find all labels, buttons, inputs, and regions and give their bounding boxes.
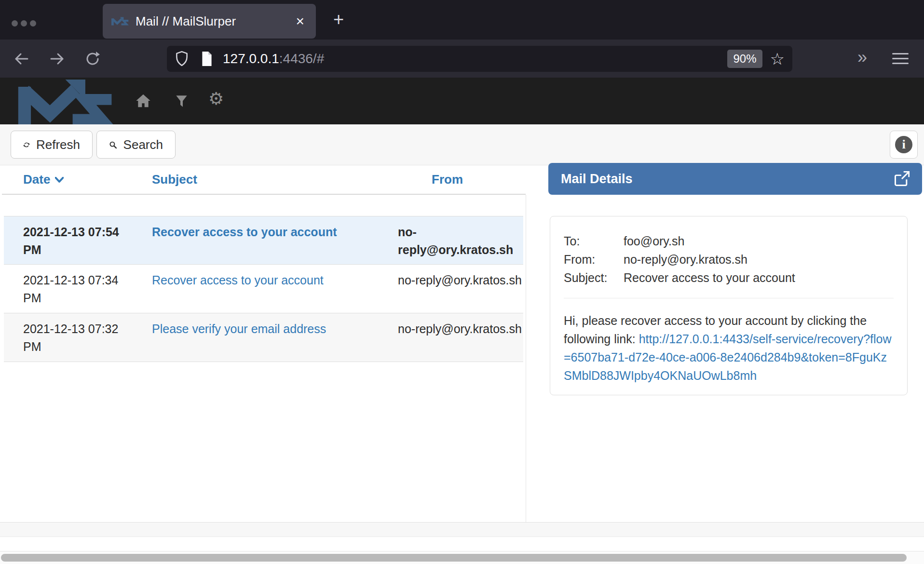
date-header-label: Date: [23, 172, 50, 187]
app-toolbar: Refresh Search i: [0, 124, 924, 165]
mail-date: 2021-12-13 07:34 PM: [4, 271, 134, 308]
column-header-subject[interactable]: Subject: [152, 172, 197, 187]
search-button[interactable]: Search: [96, 131, 176, 159]
mail-row[interactable]: 2021-12-13 07:34 PM Recover access to yo…: [4, 265, 523, 313]
url-path: :4436/#: [279, 51, 324, 66]
window-controls: [12, 20, 36, 27]
scrollbar-thumb[interactable]: [1, 554, 907, 562]
window-dot-icon: [30, 20, 36, 27]
url-text: 127.0.0.1:4436/#: [223, 51, 324, 67]
mail-details-card: To: foo@ory.sh From: no-reply@ory.kratos…: [550, 216, 908, 395]
toolbar-overflow-icon[interactable]: »: [857, 47, 867, 67]
mail-row[interactable]: 2021-12-13 07:54 PM Recover access to yo…: [4, 216, 523, 265]
window-dot-icon: [21, 20, 27, 27]
bookmark-star-icon[interactable]: ☆: [770, 51, 785, 67]
to-label: To:: [564, 232, 624, 250]
shield-icon[interactable]: [175, 51, 189, 67]
footer-strip: [0, 522, 924, 537]
horizontal-scrollbar[interactable]: [0, 551, 924, 564]
to-value: foo@ory.sh: [624, 232, 684, 250]
mail-subject-link[interactable]: Recover access to your account: [152, 273, 324, 287]
subject-label: Subject:: [564, 269, 624, 287]
browser-navbar: 127.0.0.1:4436/# 90% ☆ »: [0, 40, 924, 78]
info-icon: i: [895, 136, 912, 153]
refresh-icon: [23, 138, 30, 151]
subject-value: Recover access to your account: [624, 269, 795, 287]
subject-header-label: Subject: [152, 172, 197, 187]
mail-from: no-reply@ory.kratos.sh: [380, 223, 523, 259]
mail-from: no-reply@ory.kratos.sh: [380, 271, 523, 308]
mail-subject-link[interactable]: Recover access to your account: [152, 225, 337, 239]
mailslurper-header: ⚙: [0, 78, 924, 124]
column-header-from[interactable]: From: [432, 172, 463, 187]
mail-row[interactable]: 2021-12-13 07:32 PM Please verify your e…: [4, 313, 523, 362]
window-dot-icon: [12, 20, 18, 27]
header-divider: [2, 194, 526, 195]
mail-from: no-reply@ory.kratos.sh: [380, 320, 523, 357]
mail-details-title: Mail Details: [561, 172, 894, 187]
details-separator: [564, 298, 894, 298]
mailslurper-favicon-icon: [111, 16, 129, 26]
mail-date: 2021-12-13 07:32 PM: [4, 320, 134, 357]
info-button[interactable]: i: [890, 131, 918, 159]
forward-icon[interactable]: [50, 51, 65, 67]
refresh-label: Refresh: [36, 137, 80, 152]
reload-icon[interactable]: [85, 51, 100, 67]
browser-tab[interactable]: Mail // MailSlurper ×: [103, 4, 316, 39]
mailslurper-logo: [16, 80, 115, 125]
zoom-level-badge[interactable]: 90%: [727, 50, 762, 68]
footer-gap: [0, 537, 924, 551]
back-icon[interactable]: [14, 51, 29, 67]
tab-close-icon[interactable]: ×: [293, 14, 307, 28]
mail-subject-link[interactable]: Please verify your email address: [152, 322, 326, 336]
home-icon[interactable]: [136, 94, 151, 108]
gear-icon[interactable]: ⚙: [208, 90, 224, 107]
mail-list: 2021-12-13 07:54 PM Recover access to yo…: [4, 216, 523, 362]
sort-chevron-down-icon: [55, 177, 64, 183]
mail-body: Hi, please recover access to your accoun…: [564, 311, 894, 385]
main-content: Date Subject From 2021-12-13 07:54 PM Re…: [0, 165, 924, 522]
from-header-label: From: [432, 172, 463, 187]
search-label: Search: [123, 137, 163, 152]
panel-divider: [526, 195, 526, 522]
menu-hamburger-icon[interactable]: [892, 53, 909, 67]
url-bar[interactable]: 127.0.0.1:4436/# 90% ☆: [167, 46, 792, 72]
filter-icon[interactable]: [176, 95, 188, 107]
mail-details-header: Mail Details: [548, 163, 922, 195]
from-value: no-reply@ory.kratos.sh: [624, 250, 747, 269]
refresh-button[interactable]: Refresh: [11, 131, 93, 159]
new-tab-button[interactable]: +: [327, 8, 350, 31]
browser-tab-strip: Mail // MailSlurper × +: [0, 0, 924, 40]
search-icon: [109, 138, 117, 151]
url-host: 127.0.0.1: [223, 51, 279, 66]
page-icon[interactable]: [201, 51, 213, 67]
mail-date: 2021-12-13 07:54 PM: [4, 223, 134, 259]
from-label: From:: [564, 250, 624, 269]
tab-title: Mail // MailSlurper: [136, 14, 293, 29]
open-external-icon[interactable]: [894, 171, 910, 187]
column-header-date[interactable]: Date: [23, 172, 64, 187]
